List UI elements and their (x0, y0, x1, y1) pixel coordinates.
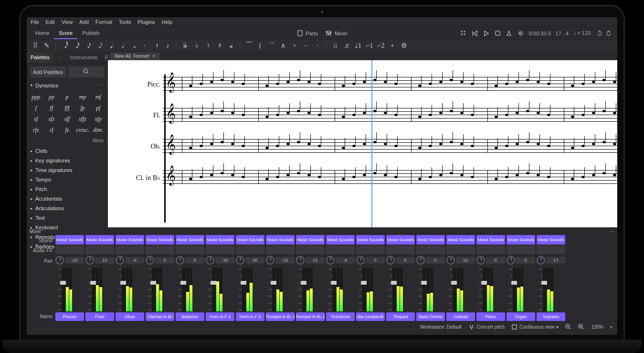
pan-knob[interactable] (476, 256, 485, 265)
pan-knob[interactable] (356, 256, 365, 265)
tab-publish[interactable]: Publish (77, 28, 104, 39)
sidetab-2[interactable]: Instruments (66, 52, 101, 63)
volume-fader[interactable] (543, 267, 547, 311)
note-duration-button[interactable]: · (140, 41, 149, 51)
add-palettes-button[interactable]: Add Palettes (30, 66, 66, 77)
pan-value[interactable]: 0 (486, 257, 505, 264)
pan-value[interactable]: -10 (65, 257, 84, 264)
sound-selector[interactable]: Muse Sounds (55, 235, 84, 245)
accidental-button[interactable]: ♭ (192, 41, 201, 51)
fx-slot[interactable] (116, 246, 144, 254)
staff[interactable]: 𝄞 (163, 170, 617, 185)
pan-knob[interactable] (146, 256, 154, 265)
pan-knob[interactable] (386, 256, 395, 265)
sound-selector[interactable]: Muse Sounds (326, 235, 355, 245)
metronome-icon[interactable] (506, 30, 513, 37)
channel-name[interactable]: Trumpet in B♭ 1 (266, 312, 295, 321)
fx-slot[interactable] (356, 246, 385, 254)
fx-slot[interactable] (446, 246, 475, 254)
fx-slot[interactable] (416, 246, 445, 254)
pan-knob[interactable] (236, 256, 244, 265)
dynamic-sff[interactable]: sff (60, 114, 74, 124)
more-link[interactable]: More (27, 137, 107, 146)
fx-slot[interactable] (266, 246, 295, 254)
mixer-menu-icon[interactable]: ⋯ (610, 229, 614, 234)
pan-knob[interactable] (55, 256, 64, 265)
accidental-button[interactable]: 𝄫 (180, 41, 190, 51)
note-duration-button[interactable]: 𝅘𝅥 (106, 41, 115, 51)
dynamic-rf[interactable]: rf (44, 125, 59, 135)
menu-add[interactable]: Add (79, 19, 89, 25)
pan-value[interactable]: 10 (95, 257, 114, 264)
dynamic-pp[interactable]: pp (44, 92, 59, 102)
dynamic-p[interactable]: p (60, 92, 74, 102)
volume-fader[interactable] (453, 267, 456, 311)
more-icon[interactable]: ⋯ (98, 82, 104, 88)
dynamic-sfp[interactable]: sfp (91, 114, 106, 124)
accidental-button[interactable]: 𝄪 (226, 41, 236, 51)
menu-edit[interactable]: Edit (46, 19, 55, 25)
articulation-button[interactable]: ∧ (278, 41, 288, 51)
note-duration-button[interactable]: 𝅘𝅥𝅱 (60, 41, 69, 51)
sound-selector[interactable]: Muse Sounds (146, 235, 174, 245)
pan-value[interactable]: 15 (306, 257, 325, 264)
dynamic-ppp[interactable]: ppp (29, 92, 43, 102)
sound-selector[interactable]: Muse Sounds (537, 235, 565, 245)
menu-tools[interactable]: Tools (119, 19, 131, 25)
volume-fader[interactable] (122, 267, 126, 311)
channel-name[interactable]: Piccolo (55, 312, 84, 321)
palette-tempo[interactable]: Tempo (27, 175, 107, 184)
sound-selector[interactable]: Muse Sounds (116, 235, 144, 245)
sound-selector[interactable]: Muse Sounds (296, 235, 325, 245)
dynamic-ff[interactable]: ff (44, 103, 59, 113)
pan-knob[interactable] (296, 256, 305, 265)
dynamic-rfz[interactable]: rfz (29, 125, 43, 135)
note-duration-button[interactable]: 𝅘𝅥𝅮 (94, 41, 104, 51)
accidental-button[interactable]: ♮ (203, 41, 213, 51)
pan-value[interactable]: 0 (426, 257, 445, 264)
rewind-icon[interactable] (472, 30, 478, 37)
pan-knob[interactable] (326, 256, 335, 265)
articulation-button[interactable]: ⌒ (267, 41, 276, 51)
tool-button[interactable]: ⌐1 (365, 41, 374, 51)
channel-name[interactable]: Trumpet in B♭ 2 (296, 312, 325, 321)
pan-knob[interactable] (416, 256, 425, 265)
sound-selector[interactable]: Muse Sounds (236, 235, 264, 245)
pan-value[interactable]: 0 (516, 257, 535, 264)
sound-selector[interactable]: Muse Sounds (266, 235, 295, 245)
tab-score[interactable]: Score (54, 28, 77, 39)
accidental-button[interactable]: ♯ (215, 41, 224, 51)
menu-file[interactable]: File (31, 19, 39, 25)
channel-name[interactable]: Bass Drums (416, 312, 445, 321)
playhead[interactable] (371, 60, 372, 227)
note-duration-button[interactable]: 𝅝 (128, 41, 138, 51)
palette-accidentals[interactable]: Accidentals (27, 194, 107, 203)
volume-fader[interactable] (152, 267, 156, 311)
fx-slot[interactable] (326, 246, 355, 254)
fx-slot[interactable] (507, 246, 535, 254)
channel-name[interactable]: Timpani (386, 312, 415, 321)
menu-help[interactable]: Help (162, 19, 173, 25)
score-canvas[interactable]: Picc.𝄞Fl.𝄞Ob.𝄞Cl. in B♭𝄞 (108, 60, 617, 227)
dynamic-mp[interactable]: mp (75, 92, 90, 102)
zoom-level[interactable]: 126% (591, 324, 603, 330)
note-duration-button[interactable]: 𝅘𝅥𝅯 (83, 41, 92, 51)
volume-fader[interactable] (302, 267, 306, 311)
pan-knob[interactable] (537, 256, 545, 265)
note-duration-button[interactable]: 𝅗𝅥 (117, 41, 127, 51)
palette-articulations[interactable]: Articulations (27, 203, 107, 213)
pan-value[interactable]: 15 (456, 257, 475, 264)
pan-knob[interactable] (116, 256, 124, 265)
sound-selector[interactable]: Muse Sounds (206, 235, 234, 245)
mixer-button[interactable]: Mixer (326, 30, 348, 36)
channel-name[interactable]: Clarinet in B♭ (146, 312, 174, 321)
dynamic-fff[interactable]: fff (60, 103, 74, 113)
grip-icon[interactable]: ⠿ (31, 41, 40, 51)
palette-clefs[interactable]: Clefs (27, 146, 107, 156)
dynamic-pf[interactable]: pf (91, 103, 106, 113)
pan-value[interactable]: 0 (366, 257, 385, 264)
fx-slot[interactable] (386, 246, 415, 254)
articulation-button[interactable]: ⁀ (244, 41, 253, 51)
volume-fader[interactable] (242, 267, 246, 311)
channel-name[interactable]: Trombone (326, 312, 355, 321)
